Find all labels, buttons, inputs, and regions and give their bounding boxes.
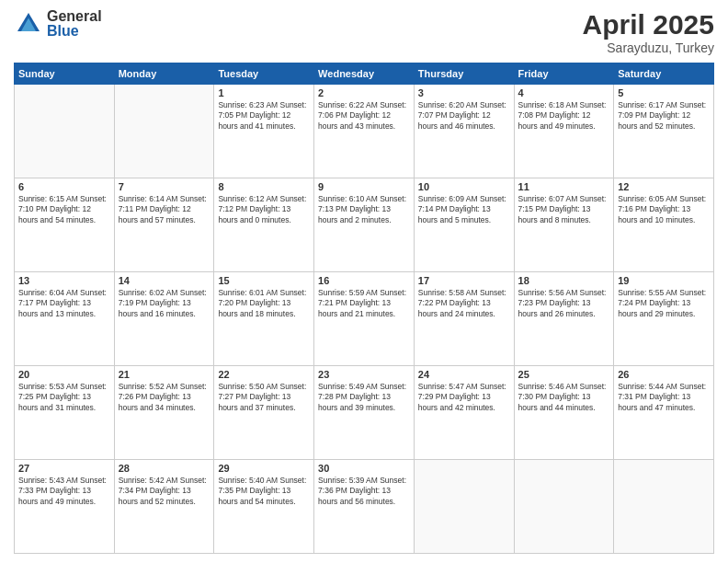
day-info: Sunrise: 5:53 AM Sunset: 7:25 PM Dayligh… [18,382,110,413]
day-number: 22 [218,369,310,380]
day-number: 10 [418,181,510,192]
day-info: Sunrise: 6:05 AM Sunset: 7:16 PM Dayligh… [618,194,710,225]
logo-icon [14,9,43,39]
day-info: Sunrise: 5:58 AM Sunset: 7:22 PM Dayligh… [418,288,510,319]
day-number: 26 [618,369,710,380]
calendar-cell: 1Sunrise: 6:23 AM Sunset: 7:05 PM Daylig… [214,85,314,178]
calendar-header-row: SundayMondayTuesdayWednesdayThursdayFrid… [15,63,714,85]
day-number: 18 [518,275,610,286]
calendar-cell: 12Sunrise: 6:05 AM Sunset: 7:16 PM Dayli… [614,178,714,272]
day-info: Sunrise: 5:55 AM Sunset: 7:24 PM Dayligh… [618,288,710,319]
logo: General Blue [14,9,102,39]
calendar-cell: 27Sunrise: 5:43 AM Sunset: 7:33 PM Dayli… [15,460,115,554]
logo-blue-label: Blue [47,24,102,39]
calendar-cell [514,460,614,554]
day-info: Sunrise: 5:42 AM Sunset: 7:34 PM Dayligh… [119,476,210,507]
day-info: Sunrise: 5:40 AM Sunset: 7:35 PM Dayligh… [218,476,310,507]
day-info: Sunrise: 6:07 AM Sunset: 7:15 PM Dayligh… [518,194,610,225]
day-info: Sunrise: 6:20 AM Sunset: 7:07 PM Dayligh… [418,100,510,132]
day-info: Sunrise: 6:15 AM Sunset: 7:10 PM Dayligh… [18,194,110,225]
logo-general-label: General [47,9,102,24]
calendar-cell: 23Sunrise: 5:49 AM Sunset: 7:28 PM Dayli… [314,366,415,460]
day-number: 8 [218,181,310,192]
day-number: 2 [318,87,410,98]
day-info: Sunrise: 6:18 AM Sunset: 7:08 PM Dayligh… [518,100,610,132]
day-number: 23 [318,369,410,380]
day-number: 30 [318,463,410,474]
day-number: 24 [418,369,510,380]
calendar-cell: 22Sunrise: 5:50 AM Sunset: 7:27 PM Dayli… [214,366,314,460]
calendar-week-row: 1Sunrise: 6:23 AM Sunset: 7:05 PM Daylig… [15,85,714,178]
weekday-header: Tuesday [214,63,314,85]
title-block: April 2025 Sarayduzu, Turkey [583,9,714,55]
calendar-cell: 30Sunrise: 5:39 AM Sunset: 7:36 PM Dayli… [314,460,415,554]
day-info: Sunrise: 6:23 AM Sunset: 7:05 PM Dayligh… [218,100,310,132]
day-info: Sunrise: 6:02 AM Sunset: 7:19 PM Dayligh… [119,288,210,319]
calendar-cell: 5Sunrise: 6:17 AM Sunset: 7:09 PM Daylig… [614,85,714,178]
calendar-cell: 14Sunrise: 6:02 AM Sunset: 7:19 PM Dayli… [114,272,214,366]
day-info: Sunrise: 6:22 AM Sunset: 7:06 PM Dayligh… [318,100,410,132]
calendar-cell: 7Sunrise: 6:14 AM Sunset: 7:11 PM Daylig… [114,178,214,272]
day-info: Sunrise: 5:47 AM Sunset: 7:29 PM Dayligh… [418,382,510,413]
day-number: 17 [418,275,510,286]
calendar-cell: 11Sunrise: 6:07 AM Sunset: 7:15 PM Dayli… [514,178,614,272]
day-number: 6 [18,181,110,192]
day-number: 29 [218,463,310,474]
day-info: Sunrise: 6:14 AM Sunset: 7:11 PM Dayligh… [119,194,210,225]
calendar-cell: 16Sunrise: 5:59 AM Sunset: 7:21 PM Dayli… [314,272,415,366]
day-number: 1 [218,87,310,98]
day-number: 14 [119,275,210,286]
calendar-cell: 18Sunrise: 5:56 AM Sunset: 7:23 PM Dayli… [514,272,614,366]
calendar-cell: 15Sunrise: 6:01 AM Sunset: 7:20 PM Dayli… [214,272,314,366]
page: General Blue April 2025 Sarayduzu, Turke… [0,0,728,563]
day-info: Sunrise: 5:43 AM Sunset: 7:33 PM Dayligh… [18,476,110,507]
calendar-cell: 8Sunrise: 6:12 AM Sunset: 7:12 PM Daylig… [214,178,314,272]
calendar-table: SundayMondayTuesdayWednesdayThursdayFrid… [14,63,714,554]
subtitle: Sarayduzu, Turkey [583,40,714,55]
day-number: 13 [18,275,110,286]
day-number: 20 [18,369,110,380]
calendar-cell: 13Sunrise: 6:04 AM Sunset: 7:17 PM Dayli… [15,272,115,366]
calendar-cell: 9Sunrise: 6:10 AM Sunset: 7:13 PM Daylig… [314,178,415,272]
weekday-header: Monday [114,63,214,85]
day-info: Sunrise: 5:56 AM Sunset: 7:23 PM Dayligh… [518,288,610,319]
day-number: 5 [618,87,710,98]
calendar-week-row: 20Sunrise: 5:53 AM Sunset: 7:25 PM Dayli… [15,366,714,460]
calendar-cell: 28Sunrise: 5:42 AM Sunset: 7:34 PM Dayli… [114,460,214,554]
day-number: 12 [618,181,710,192]
day-info: Sunrise: 5:52 AM Sunset: 7:26 PM Dayligh… [119,382,210,413]
weekday-header: Saturday [614,63,714,85]
weekday-header: Sunday [15,63,115,85]
day-info: Sunrise: 6:04 AM Sunset: 7:17 PM Dayligh… [18,288,110,319]
calendar-cell: 19Sunrise: 5:55 AM Sunset: 7:24 PM Dayli… [614,272,714,366]
calendar-cell: 25Sunrise: 5:46 AM Sunset: 7:30 PM Dayli… [514,366,614,460]
calendar-week-row: 6Sunrise: 6:15 AM Sunset: 7:10 PM Daylig… [15,178,714,272]
calendar-cell: 2Sunrise: 6:22 AM Sunset: 7:06 PM Daylig… [314,85,415,178]
day-number: 19 [618,275,710,286]
day-number: 15 [218,275,310,286]
calendar-cell: 21Sunrise: 5:52 AM Sunset: 7:26 PM Dayli… [114,366,214,460]
day-number: 4 [518,87,610,98]
calendar-cell: 6Sunrise: 6:15 AM Sunset: 7:10 PM Daylig… [15,178,115,272]
day-info: Sunrise: 5:39 AM Sunset: 7:36 PM Dayligh… [318,476,410,507]
calendar-cell: 29Sunrise: 5:40 AM Sunset: 7:35 PM Dayli… [214,460,314,554]
day-info: Sunrise: 6:12 AM Sunset: 7:12 PM Dayligh… [218,194,310,225]
header: General Blue April 2025 Sarayduzu, Turke… [14,9,714,55]
calendar-cell: 17Sunrise: 5:58 AM Sunset: 7:22 PM Dayli… [414,272,514,366]
calendar-cell [414,460,514,554]
day-info: Sunrise: 6:09 AM Sunset: 7:14 PM Dayligh… [418,194,510,225]
day-info: Sunrise: 5:46 AM Sunset: 7:30 PM Dayligh… [518,382,610,413]
day-number: 9 [318,181,410,192]
calendar-cell: 3Sunrise: 6:20 AM Sunset: 7:07 PM Daylig… [414,85,514,178]
weekday-header: Friday [514,63,614,85]
weekday-header: Thursday [414,63,514,85]
weekday-header: Wednesday [314,63,415,85]
calendar-cell [15,85,115,178]
day-number: 3 [418,87,510,98]
day-number: 28 [119,463,210,474]
calendar-cell [614,460,714,554]
day-number: 25 [518,369,610,380]
day-info: Sunrise: 5:50 AM Sunset: 7:27 PM Dayligh… [218,382,310,413]
day-number: 7 [119,181,210,192]
calendar-cell: 4Sunrise: 6:18 AM Sunset: 7:08 PM Daylig… [514,85,614,178]
